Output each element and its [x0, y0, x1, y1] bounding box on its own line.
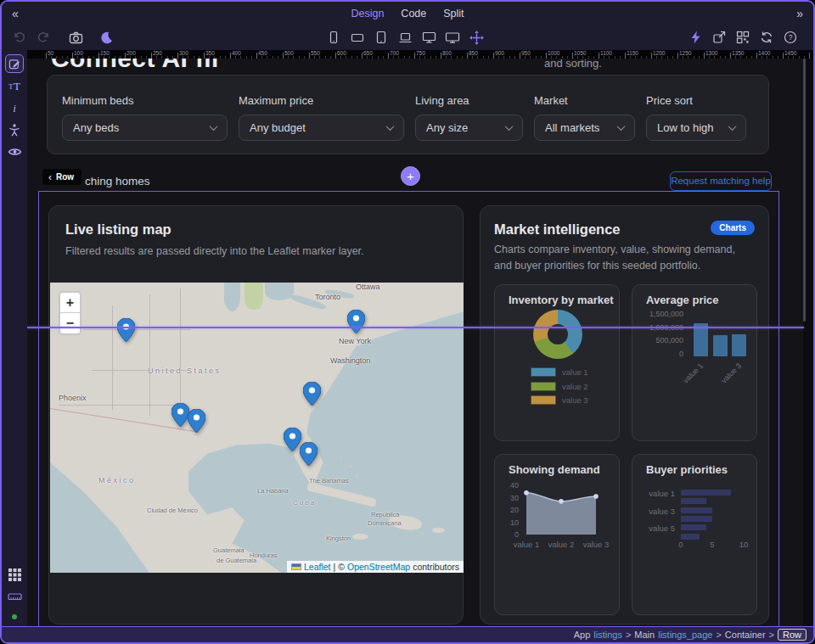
dark-mode-moon-icon[interactable]: [97, 28, 115, 47]
inventory-by-market-chart-card[interactable]: Inventory by market value 1value 2value …: [494, 284, 620, 441]
ruler-tick-label: 350: [205, 50, 215, 56]
eye-preview-icon[interactable]: [5, 143, 24, 161]
edit-tool-icon[interactable]: [5, 54, 24, 73]
zoom-out-button[interactable]: −: [60, 313, 80, 333]
leaflet-link[interactable]: Leaflet: [304, 562, 331, 572]
map-label: Dominicana: [368, 519, 402, 527]
average-price-chart-card[interactable]: Average price 1,500,0001,000,000500,0000…: [632, 284, 757, 441]
breadcrumb-segment: Container: [725, 630, 766, 640]
attribution-suffix: contributors: [413, 562, 459, 572]
axis-tick-label: value 5: [632, 524, 675, 533]
filter-maximum-price: Maximum priceAny budget: [239, 94, 404, 154]
qr-code-icon[interactable]: [734, 28, 752, 47]
collapse-left-icon[interactable]: «: [12, 7, 19, 20]
map-marker-icon[interactable]: [188, 409, 205, 433]
map-marker-icon[interactable]: [300, 442, 318, 466]
laptop-device-icon[interactable]: [396, 28, 414, 47]
map-forest-area: [244, 283, 263, 310]
design-canvas[interactable]: Connect AI fil and sorting. Minimum beds…: [27, 59, 813, 626]
sync-refresh-icon[interactable]: [757, 28, 776, 47]
share-export-icon[interactable]: [710, 28, 728, 47]
filter-price-sort: Price sortLow to high: [646, 94, 746, 154]
chevron-down-icon: [728, 122, 737, 131]
phone-landscape-device-icon[interactable]: [348, 28, 367, 47]
legend-swatch: [531, 395, 556, 405]
axis-tick-label: value 1: [632, 489, 675, 498]
measure-ruler-icon[interactable]: [5, 587, 24, 606]
filter-select[interactable]: Any beds: [62, 115, 228, 141]
desktop-device-icon[interactable]: [419, 28, 438, 47]
intel-card-title: Market intelligence: [494, 221, 621, 238]
svg-text:T: T: [14, 80, 20, 92]
map-label: Toronto: [315, 293, 340, 301]
ruler-tick-label: 250: [153, 50, 162, 56]
filter-selected-value: All markets: [545, 121, 618, 134]
chevron-down-icon: [386, 122, 395, 131]
app-window: « Design Code Split » ?: [0, 0, 815, 644]
filter-select[interactable]: All markets: [534, 115, 635, 141]
toolbar: ?: [2, 25, 813, 50]
move-resize-icon[interactable]: [467, 28, 486, 47]
phone-device-icon[interactable]: [324, 28, 343, 47]
buyer-priorities-chart-card[interactable]: Buyer priorities value 1value 3value 505…: [632, 454, 757, 615]
accessibility-icon[interactable]: [5, 120, 24, 139]
market-intelligence-card[interactable]: Market intelligence Charts Charts compar…: [480, 205, 769, 624]
map-marker-icon[interactable]: [171, 403, 189, 427]
axis-tick-label: value 1: [507, 540, 546, 549]
collapse-right-icon[interactable]: »: [796, 7, 803, 20]
map-border-line: [59, 405, 183, 406]
ruler-tick-label: 550: [311, 50, 320, 56]
charts-badge: Charts: [711, 221, 755, 235]
breadcrumb-link[interactable]: listings: [593, 630, 622, 640]
text-tool-icon[interactable]: TT: [5, 76, 24, 95]
instant-run-lightning-icon[interactable]: [686, 28, 705, 47]
legend-label: value 2: [562, 382, 588, 391]
undo-icon[interactable]: [10, 28, 29, 47]
ruler-tick-label: 500: [284, 50, 294, 56]
filter-select[interactable]: Any budget: [239, 115, 404, 141]
redo-icon[interactable]: [34, 28, 53, 47]
tab-split[interactable]: Split: [443, 8, 464, 20]
large-display-device-icon[interactable]: [443, 28, 462, 47]
filter-select[interactable]: Any size: [415, 115, 523, 141]
avgprice-chart: 1,500,0001,000,000500,0000value 1value 3: [632, 285, 756, 440]
map-marker-icon[interactable]: [347, 310, 365, 333]
zoom-in-button[interactable]: +: [60, 293, 80, 313]
map-marker-icon[interactable]: [303, 382, 321, 406]
ruler-tick-label: 850: [469, 50, 478, 56]
openstreetmap-link[interactable]: OpenStreetMap: [347, 562, 410, 572]
axis-tick-label: 5: [700, 540, 725, 549]
ruler-tick-label: 100: [74, 50, 83, 56]
ruler-tick-label: 1200: [653, 50, 665, 56]
widgets-grid-icon[interactable]: [5, 565, 24, 584]
tab-code[interactable]: Code: [401, 8, 426, 20]
filter-bar[interactable]: Minimum bedsAny bedsMaximum priceAny bud…: [47, 75, 769, 154]
showing-demand-chart-card[interactable]: Showing demand 403020100value 1value 2va…: [494, 454, 620, 615]
breadcrumb-current[interactable]: Row: [778, 629, 807, 641]
map-label: de Guatemala: [216, 557, 256, 564]
ruler-tick-label: 1350: [732, 50, 744, 56]
tab-design[interactable]: Design: [351, 8, 384, 20]
info-inspect-icon[interactable]: i: [5, 98, 24, 117]
bar: [713, 335, 728, 356]
add-widget-button[interactable]: +: [401, 166, 420, 186]
selection-tag-row[interactable]: ‹Row: [42, 169, 82, 185]
map-label: Ciudad de México: [147, 507, 198, 514]
help-icon[interactable]: ?: [781, 28, 800, 47]
svg-text:i: i: [13, 102, 16, 115]
filter-minimum-beds: Minimum bedsAny beds: [62, 94, 228, 154]
breadcrumb: Applistings>Mainlistings_page>Container>…: [570, 630, 807, 640]
map-border-line: [180, 288, 181, 416]
map-marker-icon[interactable]: [117, 318, 135, 342]
map-label: New York: [339, 337, 371, 345]
filter-select[interactable]: Low to high: [646, 115, 746, 141]
live-listing-map-card[interactable]: Live listing map Filtered results are pa…: [48, 205, 464, 624]
screenshot-camera-icon[interactable]: [66, 28, 85, 47]
vertical-scrollbar[interactable]: [803, 59, 806, 322]
demand-chart: 403020100value 1value 2value 3: [495, 455, 619, 614]
tablet-device-icon[interactable]: [372, 28, 391, 47]
map-marker-icon[interactable]: [284, 428, 301, 451]
request-matching-help-button[interactable]: Request matching help: [670, 171, 772, 191]
breadcrumb-segment: >: [769, 630, 774, 640]
breadcrumb-link[interactable]: listings_page: [658, 630, 712, 640]
